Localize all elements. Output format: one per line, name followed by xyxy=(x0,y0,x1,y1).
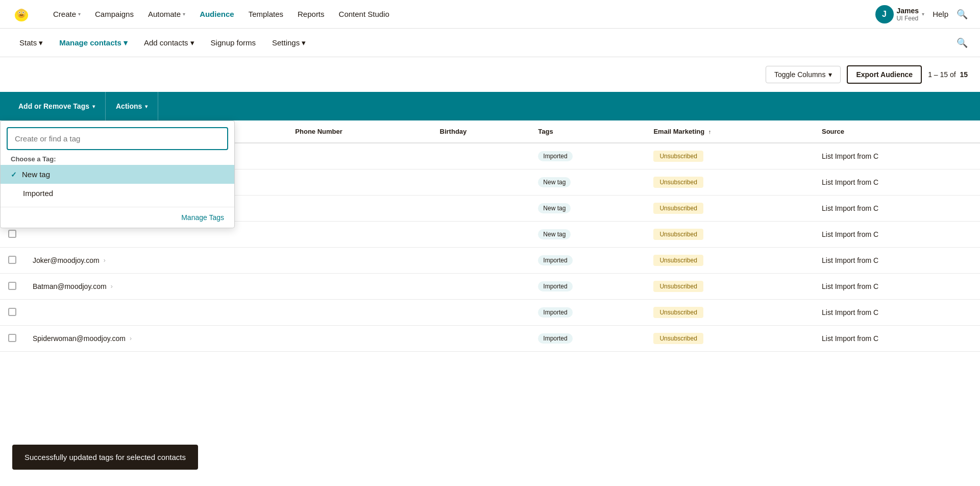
table-row: Spiderwoman@moodjoy.com› Imported Unsubs… xyxy=(0,326,980,352)
manage-tags-link[interactable]: Manage Tags xyxy=(181,213,224,222)
row-checkbox-7[interactable] xyxy=(8,334,16,342)
col-tags: Tags xyxy=(530,120,645,143)
nav-item-content-studio-label: Content Studio xyxy=(339,10,389,18)
sub-nav-settings[interactable]: Settings ▾ xyxy=(265,34,313,52)
row-tag-badge-4: Imported xyxy=(538,255,572,265)
row-phone-4 xyxy=(287,248,431,274)
tag-option-new-tag[interactable]: ✓ New tag xyxy=(1,165,234,184)
top-navigation: Create ▾ Campaigns Automate ▾ Audience T… xyxy=(0,0,980,29)
sub-nav-stats[interactable]: Stats ▾ xyxy=(12,34,50,52)
sub-navigation: Stats ▾ Manage contacts ▾ Add contacts ▾… xyxy=(0,29,980,57)
nav-item-reports[interactable]: Reports xyxy=(291,6,331,22)
row-tag-badge-6: Imported xyxy=(538,307,572,318)
sub-nav-stats-chevron: ▾ xyxy=(39,38,43,47)
sub-nav-signup-forms[interactable]: Signup forms xyxy=(204,34,263,51)
row-checkbox-cell-7 xyxy=(0,326,24,352)
nav-item-content-studio[interactable]: Content Studio xyxy=(333,6,396,22)
row-status-badge-2: Unsubscribed xyxy=(653,203,703,214)
col-email-marketing-label: Email Marketing xyxy=(653,128,704,135)
row-tags-7: Imported xyxy=(530,326,645,352)
sub-nav-add-contacts-chevron: ▾ xyxy=(190,38,194,47)
nav-item-create[interactable]: Create ▾ xyxy=(47,6,87,22)
svg-point-6 xyxy=(19,12,20,13)
sub-nav-manage-contacts-label: Manage contacts xyxy=(59,38,121,47)
row-address-5: Batman@moodjoy.com› xyxy=(24,274,287,300)
col-source-label: Source xyxy=(822,128,844,135)
nav-item-campaigns[interactable]: Campaigns xyxy=(89,6,140,22)
row-source-4: List Import from C xyxy=(814,248,980,274)
user-block[interactable]: J James UI Feed ▾ xyxy=(875,5,925,23)
row-checkbox-cell-4 xyxy=(0,248,24,274)
table-actions-bar: Add or Remove Tags ▾ Actions ▾ Choose a … xyxy=(0,92,980,120)
tag-option-imported[interactable]: Imported xyxy=(1,184,234,203)
row-phone-3 xyxy=(287,222,431,248)
sub-nav-manage-contacts[interactable]: Manage contacts ▾ xyxy=(52,34,135,52)
actions-label: Actions xyxy=(116,102,142,110)
row-email-marketing-2: Unsubscribed xyxy=(645,196,814,222)
user-name: James xyxy=(897,7,919,15)
col-email-marketing[interactable]: Email Marketing ↑ xyxy=(645,120,814,143)
row-status-badge-3: Unsubscribed xyxy=(653,229,703,240)
user-subtitle: UI Feed xyxy=(897,15,919,22)
row-phone-7 xyxy=(287,326,431,352)
row-status-badge-1: Unsubscribed xyxy=(653,177,703,188)
help-button[interactable]: Help xyxy=(933,10,948,18)
nav-item-reports-label: Reports xyxy=(298,10,325,18)
add-remove-tags-button[interactable]: Add or Remove Tags ▾ xyxy=(8,92,106,120)
nav-item-audience[interactable]: Audience xyxy=(193,6,240,22)
row-source-0: List Import from C xyxy=(814,143,980,169)
table-row: Joker@moodjoy.com› Imported Unsubscribed… xyxy=(0,248,980,274)
col-phone-label: Phone Number xyxy=(295,128,342,135)
nav-item-automate[interactable]: Automate ▾ xyxy=(142,6,191,22)
row-source-2: List Import from C xyxy=(814,196,980,222)
nav-item-templates-label: Templates xyxy=(249,10,283,18)
row-tags-2: New tag xyxy=(530,196,645,222)
row-status-badge-4: Unsubscribed xyxy=(653,255,703,266)
search-icon[interactable]: 🔍 xyxy=(957,9,968,20)
row-tag-badge-5: Imported xyxy=(538,281,572,291)
row-phone-0 xyxy=(287,143,431,169)
avatar-letter: J xyxy=(882,10,887,19)
nav-item-create-chevron: ▾ xyxy=(78,11,81,17)
row-arrow-4: › xyxy=(104,257,106,264)
row-checkbox-5[interactable] xyxy=(8,282,16,290)
sub-nav-search-icon[interactable]: 🔍 xyxy=(957,37,968,48)
row-status-badge-6: Unsubscribed xyxy=(653,307,703,318)
row-tags-6: Imported xyxy=(530,300,645,326)
row-checkbox-cell-6 xyxy=(0,300,24,326)
row-phone-6 xyxy=(287,300,431,326)
tag-search-input[interactable] xyxy=(7,127,228,150)
sub-nav-settings-chevron: ▾ xyxy=(302,38,306,47)
logo[interactable] xyxy=(12,5,31,23)
row-source-5: List Import from C xyxy=(814,274,980,300)
row-checkbox-6[interactable] xyxy=(8,308,16,316)
row-status-badge-0: Unsubscribed xyxy=(653,151,703,162)
user-info: James UI Feed xyxy=(897,7,919,22)
row-birthday-2 xyxy=(432,196,530,222)
row-tags-5: Imported xyxy=(530,274,645,300)
toggle-columns-button[interactable]: Toggle Columns ▾ xyxy=(766,66,841,83)
actions-chevron: ▾ xyxy=(145,104,148,109)
row-email-marketing-6: Unsubscribed xyxy=(645,300,814,326)
actions-button[interactable]: Actions ▾ xyxy=(106,92,158,120)
toggle-columns-chevron: ▾ xyxy=(828,70,832,79)
nav-items: Create ▾ Campaigns Automate ▾ Audience T… xyxy=(47,6,859,22)
row-birthday-3 xyxy=(432,222,530,248)
nav-item-create-label: Create xyxy=(53,10,76,18)
row-tag-badge-3: New tag xyxy=(538,229,571,239)
user-dropdown-chevron: ▾ xyxy=(922,11,924,17)
sub-nav-add-contacts[interactable]: Add contacts ▾ xyxy=(137,34,202,52)
toggle-columns-label: Toggle Columns xyxy=(774,70,825,79)
row-email-7[interactable]: Spiderwoman@moodjoy.com xyxy=(33,334,126,343)
row-birthday-1 xyxy=(432,169,530,196)
row-checkbox-3[interactable] xyxy=(8,230,16,238)
row-email-4[interactable]: Joker@moodjoy.com xyxy=(33,256,100,264)
nav-item-templates[interactable]: Templates xyxy=(242,6,289,22)
row-arrow-7: › xyxy=(130,335,132,342)
row-tag-badge-2: New tag xyxy=(538,203,571,213)
export-audience-button[interactable]: Export Audience xyxy=(847,65,922,84)
row-email-5[interactable]: Batman@moodjoy.com xyxy=(33,282,107,290)
row-checkbox-4[interactable] xyxy=(8,256,16,264)
row-address-7: Spiderwoman@moodjoy.com› xyxy=(24,326,287,352)
row-phone-5 xyxy=(287,274,431,300)
